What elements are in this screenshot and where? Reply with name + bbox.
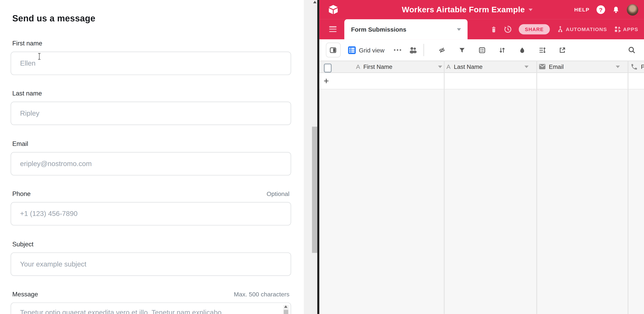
field-first-name: First name — [10, 40, 291, 75]
message-text: Tenetur optio quaerat expedita vero et i… — [20, 309, 222, 314]
last-name-input[interactable] — [10, 102, 291, 125]
first-name-input[interactable] — [10, 52, 291, 75]
view-config-icons — [438, 47, 566, 54]
field-phone: Phone Optional — [10, 190, 291, 225]
column-divider[interactable] — [536, 61, 537, 314]
subject-input[interactable] — [10, 252, 291, 276]
avatar[interactable] — [627, 4, 638, 15]
automations-icon — [557, 26, 564, 33]
table-header: A First Name A Last Name Email — [319, 61, 644, 73]
more-options-icon[interactable] — [394, 49, 402, 51]
tab-label: Form Submissions — [351, 26, 406, 33]
airtable-logo[interactable] — [328, 4, 338, 15]
message-textarea[interactable]: Tenetur optio quaerat expedita vero et i… — [10, 302, 291, 314]
phone-field-type-icon — [630, 63, 638, 70]
color-icon[interactable] — [518, 47, 526, 54]
first-name-label: First name — [12, 40, 42, 47]
column-header-email[interactable]: Email — [538, 61, 620, 72]
menu-icon[interactable] — [329, 26, 336, 32]
column-menu-caret-icon[interactable] — [524, 66, 528, 68]
view-name[interactable]: Grid view — [359, 47, 384, 54]
email-label: Email — [12, 140, 28, 148]
automations-button[interactable]: AUTOMATIONS — [557, 26, 607, 33]
email-field-type-icon — [538, 64, 546, 70]
airtable-window: Workers Airtable Form Example HELP ? For… — [319, 0, 644, 314]
phone-label: Phone — [12, 190, 31, 197]
phone-optional-hint: Optional — [266, 190, 290, 197]
filter-icon[interactable] — [458, 47, 465, 54]
add-record-button[interactable]: + — [324, 76, 329, 87]
text-field-type-icon: A — [356, 63, 360, 70]
help-button[interactable]: HELP — [574, 7, 590, 13]
apps-icon — [614, 26, 621, 33]
window-divider — [317, 0, 319, 314]
message-max-hint: Max. 500 characters — [234, 290, 290, 297]
subject-label: Subject — [12, 240, 34, 248]
column-header-phone[interactable]: P — [630, 61, 644, 72]
apps-button[interactable]: APPS — [614, 26, 638, 33]
field-email: Email — [10, 140, 291, 175]
column-divider[interactable] — [444, 61, 444, 314]
view-sidebar-toggle-button[interactable] — [326, 43, 340, 57]
tab-form-submissions[interactable]: Form Submissions — [344, 19, 468, 40]
contact-form-pane: Send us a message First name Last name E… — [0, 0, 304, 314]
airtable-top-bar: Workers Airtable Form Example HELP ? — [319, 0, 644, 19]
toolbar-divider — [423, 44, 424, 56]
column-header-first-name[interactable]: A First Name — [356, 61, 442, 72]
column-divider[interactable] — [628, 61, 628, 314]
message-scroll-thumb[interactable] — [284, 310, 288, 314]
add-row-strip[interactable]: + — [319, 73, 644, 89]
top-bar-actions: HELP ? — [574, 0, 638, 19]
open-view-icon[interactable] — [559, 47, 566, 54]
trash-icon[interactable] — [490, 26, 497, 33]
column-menu-caret-icon[interactable] — [438, 66, 442, 68]
message-scrollbar[interactable] — [283, 305, 288, 314]
search-button[interactable] — [628, 39, 636, 61]
select-all-checkbox[interactable] — [324, 63, 332, 73]
apps-label: APPS — [623, 27, 638, 32]
row-height-icon[interactable] — [538, 47, 546, 54]
automations-label: AUTOMATIONS — [566, 27, 607, 32]
sort-icon[interactable] — [498, 47, 506, 54]
page-scrollbar-thumb[interactable] — [312, 127, 317, 253]
base-title[interactable]: Workers Airtable Form Example — [402, 5, 525, 14]
sidebar-toggle-icon — [330, 47, 336, 54]
search-icon — [628, 46, 636, 54]
tab-bar-actions: SHARE AUTOMATIONS — [490, 19, 638, 40]
field-subject: Subject — [10, 240, 291, 276]
bell-icon[interactable] — [612, 6, 620, 14]
last-name-label: Last name — [12, 90, 42, 97]
base-title-wrap[interactable]: Workers Airtable Form Example — [380, 0, 554, 19]
email-input[interactable] — [10, 152, 291, 175]
field-last-name: Last name — [10, 90, 291, 125]
airtable-tab-bar: Form Submissions SHARE — [319, 19, 644, 40]
caret-down-icon — [528, 8, 532, 11]
column-header-last-name[interactable]: A Last Name — [446, 61, 528, 72]
page-margin-strip — [304, 0, 312, 314]
help-circle-icon[interactable]: ? — [596, 5, 605, 14]
form-title: Send us a message — [12, 14, 96, 24]
history-icon[interactable] — [504, 26, 512, 33]
view-toolbar: Grid view — [319, 39, 644, 61]
group-icon[interactable] — [478, 47, 486, 54]
chevron-down-icon[interactable] — [457, 28, 461, 31]
text-field-type-icon: A — [446, 63, 450, 70]
message-label: Message — [12, 290, 38, 298]
share-button[interactable]: SHARE — [519, 24, 550, 35]
column-menu-caret-icon[interactable] — [616, 66, 620, 68]
grid-view-icon[interactable] — [348, 46, 356, 54]
collaborators-icon[interactable] — [409, 46, 417, 54]
field-message: Message Max. 500 characters Tenetur opti… — [10, 290, 291, 314]
phone-input[interactable] — [10, 202, 291, 225]
screen: Send us a message First name Last name E… — [0, 0, 644, 314]
hide-fields-icon[interactable] — [438, 47, 445, 54]
page-scroll-up-icon[interactable] — [313, 1, 316, 3]
scroll-up-icon[interactable] — [284, 305, 287, 308]
